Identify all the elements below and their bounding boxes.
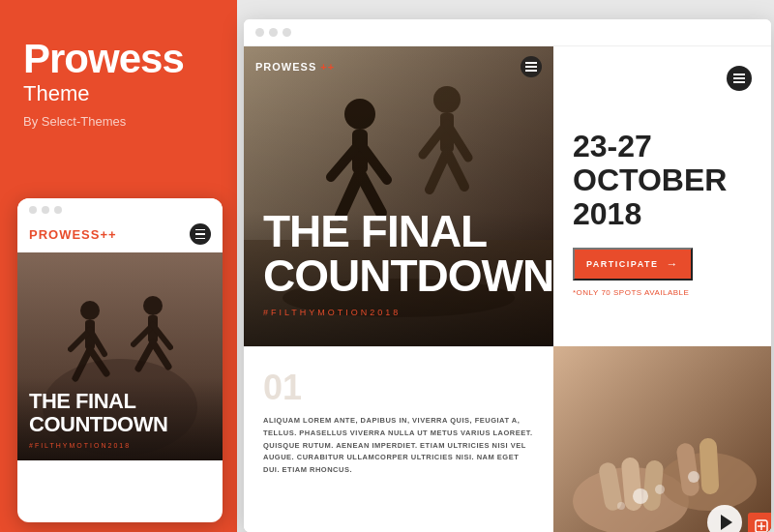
bottom-image-section (553, 346, 771, 532)
svg-point-47 (633, 488, 648, 504)
hero-menu-button[interactable] (521, 56, 542, 77)
participate-arrow-icon: → (667, 257, 680, 271)
hamburger-icon (195, 229, 205, 240)
mobile-hero-title: THE FINAL COUNTDOWN (29, 390, 211, 436)
hero-section: PROWESS ++ THE FINAL COUNTDOWN #FILTHYMO… (244, 46, 553, 346)
hero-nav: PROWESS ++ (255, 56, 542, 77)
browser-dot-3 (283, 28, 291, 37)
participate-button[interactable]: PARTICIPATE → (573, 248, 693, 281)
hamburger-icon (525, 62, 537, 72)
svg-rect-33 (525, 62, 537, 64)
browser-dot-1 (255, 28, 264, 37)
red-action-icon[interactable] (748, 513, 771, 532)
mobile-logo: PROWESS++ (29, 227, 117, 242)
bottom-image (553, 346, 771, 532)
hero-hashtag: #FILTHYMOTION2018 (263, 308, 534, 317)
play-button[interactable] (707, 505, 742, 532)
svg-rect-36 (733, 74, 745, 75)
svg-rect-37 (733, 77, 745, 79)
action-icon (755, 519, 768, 532)
mobile-hero-hashtag: #FILTHYMOTION2018 (29, 442, 211, 449)
svg-point-48 (655, 485, 665, 494)
play-icon (721, 515, 732, 530)
mobile-nav: PROWESS++ (17, 220, 223, 252)
info-section: 23-27 OCTOBER 2018 PARTICIPATE → *ONLY 7… (553, 46, 771, 346)
theme-by: By Select-Themes (23, 114, 214, 129)
mobile-hero-text: THE FINAL COUNTDOWN #FILTHYMOTION2018 (29, 390, 211, 449)
spots-available-text: *ONLY 70 SPOTS AVAILABLE (573, 288, 752, 297)
menu-icon (733, 74, 745, 83)
left-panel: Prowess Theme By Select-Themes PROWESS++ (0, 0, 237, 532)
mobile-mockup: PROWESS++ (17, 198, 223, 522)
mobile-dots (17, 198, 223, 220)
hero-title: THE FINAL COUNTDOWN (263, 209, 534, 298)
hero-content: THE FINAL COUNTDOWN #FILTHYMOTION2018 (263, 209, 534, 317)
text-section: 01 ALIQUAM LOREM ANTE, DAPIBUS IN, VIVER… (244, 346, 553, 532)
event-date: 23-27 OCTOBER 2018 (573, 130, 752, 232)
browser-window: PROWESS ++ THE FINAL COUNTDOWN #FILTHYMO… (244, 19, 771, 532)
menu-icon-right[interactable] (727, 66, 752, 91)
theme-subtitle: Theme (23, 81, 214, 106)
section-number: 01 (263, 370, 534, 405)
svg-rect-38 (733, 81, 745, 83)
browser-dot-2 (269, 28, 278, 37)
browser-content: PROWESS ++ THE FINAL COUNTDOWN #FILTHYMO… (244, 46, 771, 532)
section-body-text: ALIQUAM LOREM ANTE, DAPIBUS IN, VIVERRA … (263, 415, 534, 477)
svg-point-49 (617, 502, 625, 510)
theme-title: Prowess (23, 39, 214, 79)
svg-point-50 (688, 471, 700, 483)
mobile-dot-3 (54, 206, 62, 214)
svg-rect-35 (525, 70, 537, 72)
svg-rect-46 (699, 438, 719, 495)
mobile-hero: THE FINAL COUNTDOWN #FILTHYMOTION2018 (17, 252, 223, 460)
browser-titlebar (244, 19, 771, 46)
mobile-dot-1 (29, 206, 37, 214)
svg-rect-34 (525, 66, 537, 68)
mobile-menu-icon[interactable] (190, 223, 211, 245)
mobile-dot-2 (42, 206, 49, 214)
hero-logo: PROWESS ++ (255, 61, 335, 73)
